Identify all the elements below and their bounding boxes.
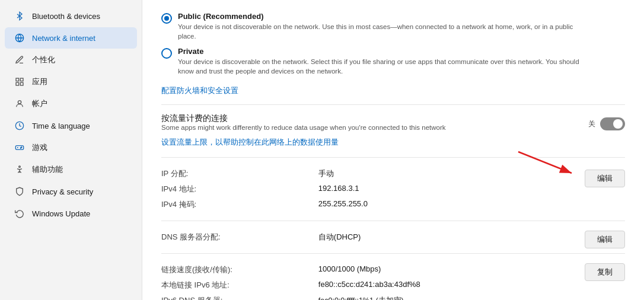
sidebar-item-network[interactable]: Network & internet [5,27,137,49]
table-row: IP 分配: 手动 [161,166,554,181]
sidebar-item-privacy[interactable]: Privacy & security [5,181,137,202]
main-content: Public (Recommended) Your device is not … [142,0,644,300]
svg-rect-1 [16,78,19,81]
metered-limit-link[interactable]: 设置流量上限，以帮助控制在此网络上的数据使用量 [161,138,339,146]
dns-edit-button[interactable]: 编辑 [585,231,625,248]
table-row: 链接速度(接收/传输): 1000/1000 (Mbps) [161,262,554,277]
metered-section: 按流量计费的连接 Some apps might work differentl… [161,113,625,148]
dns-section: DNS 服务器分配: 自动(DHCP) 编辑 [161,229,625,245]
toggle-off-label: 关 [588,119,595,129]
private-label: Private [178,47,581,56]
svg-rect-3 [16,82,19,85]
dns-table: DNS 服务器分配: 自动(DHCP) [161,229,554,245]
sidebar-item-update[interactable]: Windows Update [5,203,137,224]
public-radio[interactable] [161,13,172,24]
network-type-section: Public (Recommended) Your device is not … [161,12,625,76]
ipv4-mask-label: IPv4 掩码: [161,197,318,212]
table-row: DNS 服务器分配: 自动(DHCP) [161,229,554,245]
table-row: IPv6 DNS 服务器: fec0:0:0:ffff::1%1 (未加密) f… [161,293,554,300]
ip-assign-value: 手动 [318,166,554,181]
sidebar-item-label: 辅助功能 [32,164,63,175]
svg-rect-7 [15,146,23,150]
dns-label: DNS 服务器分配: [161,229,318,245]
sidebar-item-accounts[interactable]: 帐户 [5,93,137,114]
sidebar-item-gaming[interactable]: 游戏 [5,137,137,158]
private-network-row: Private Your device is discoverable on t… [161,47,625,76]
ipv6-dns-v1: fec0:0:0:ffff::1%1 (未加密) [318,295,554,300]
ip-edit-button[interactable]: 编辑 [585,170,625,187]
ipv6-local-label: 本地链接 IPv6 地址: [161,277,318,293]
sidebar-item-label: Bluetooth & devices [32,12,100,21]
sidebar: Bluetooth & devices Network & internet 个… [0,0,142,300]
toggle-container: 关 [588,117,625,130]
sidebar-item-accessibility[interactable]: 辅助功能 [5,159,137,180]
sidebar-item-apps[interactable]: 应用 [5,71,137,92]
sidebar-item-label: Network & internet [32,34,95,43]
metered-label: 按流量计费的连接 [161,113,446,124]
metered-desc: Some apps might work differently to redu… [161,124,446,131]
accounts-icon [14,98,25,109]
apps-icon [14,76,25,87]
private-radio[interactable] [161,48,172,59]
accessibility-icon [14,164,25,175]
sidebar-item-label: Privacy & security [32,187,93,196]
svg-rect-4 [20,82,23,85]
public-label: Public (Recommended) [178,12,581,21]
metered-toggle[interactable] [600,117,625,130]
sidebar-item-label: 帐户 [32,98,47,109]
firewall-link[interactable]: 配置防火墙和安全设置 [161,86,238,95]
public-desc: Your device is not discoverable on the n… [178,22,581,41]
speed-label: 链接速度(接收/传输): [161,262,318,277]
public-network-row: Public (Recommended) Your device is not … [161,12,625,41]
ip-table: IP 分配: 手动 IPv4 地址: 192.168.3.1 IPv4 掩码: … [161,166,554,212]
ipv6-local-value: fe80::c5cc:d241:ab3a:43df%8 [318,277,554,293]
sidebar-item-time[interactable]: Time & language [5,115,137,136]
sidebar-item-label: Windows Update [32,209,90,218]
network-icon [14,33,25,43]
private-desc: Your device is discoverable on the netwo… [178,57,581,76]
table-row: IPv4 掩码: 255.255.255.0 [161,197,554,212]
sidebar-item-personalization[interactable]: 个性化 [5,49,137,71]
copy-button[interactable]: 复制 [585,263,625,281]
time-icon [14,120,25,131]
table-row: 本地链接 IPv6 地址: fe80::c5cc:d241:ab3a:43df%… [161,277,554,293]
sidebar-item-label: 个性化 [32,55,55,65]
table-row: IPv4 地址: 192.168.3.1 [161,181,554,197]
ipv6-dns-label: IPv6 DNS 服务器: [161,293,318,300]
sidebar-item-label: 应用 [32,76,47,87]
update-icon [14,208,25,219]
metered-row: 按流量计费的连接 Some apps might work differentl… [161,113,625,135]
svg-rect-2 [20,78,23,81]
link-table: 链接速度(接收/传输): 1000/1000 (Mbps) 本地链接 IPv6 … [161,262,554,300]
ipv4-value: 192.168.3.1 [318,181,554,197]
link-section: 链接速度(接收/传输): 1000/1000 (Mbps) 本地链接 IPv6 … [161,262,625,300]
ipv6-dns-values: fec0:0:0:ffff::1%1 (未加密) fec0:0:0:ffff::… [318,293,554,300]
ipv4-mask-value: 255.255.255.0 [318,197,554,212]
speed-value: 1000/1000 (Mbps) [318,262,554,277]
personalization-icon [14,55,25,65]
sidebar-item-label: Time & language [32,122,90,130]
ip-assign-label: IP 分配: [161,166,318,181]
sidebar-item-bluetooth[interactable]: Bluetooth & devices [5,5,137,27]
gaming-icon [14,142,25,153]
dns-value: 自动(DHCP) [318,229,554,245]
ipv4-label: IPv4 地址: [161,181,318,197]
bluetooth-icon [14,11,25,21]
svg-point-5 [18,101,21,104]
svg-point-12 [19,166,21,168]
ip-section: IP 分配: 手动 IPv4 地址: 192.168.3.1 IPv4 掩码: … [161,166,625,212]
sidebar-item-label: 游戏 [32,142,47,153]
toggle-knob [613,119,623,129]
privacy-icon [14,186,25,197]
svg-point-11 [20,148,21,148]
